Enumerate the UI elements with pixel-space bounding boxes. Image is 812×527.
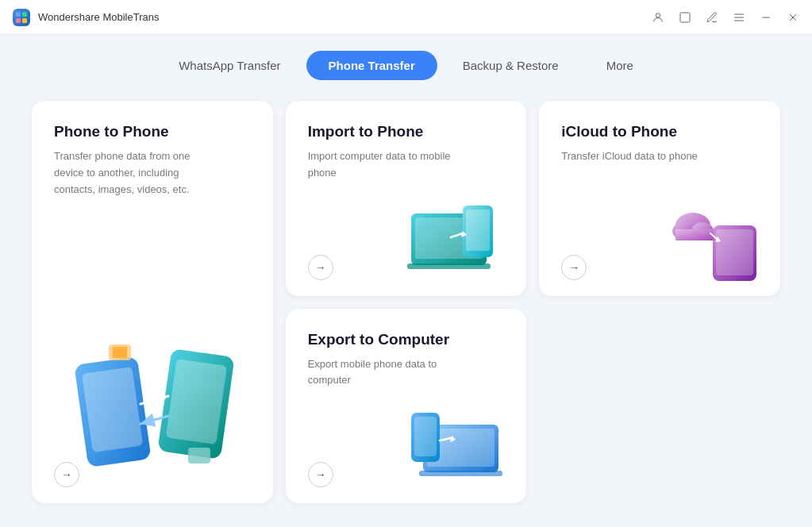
svg-rect-26 xyxy=(716,229,753,275)
card-phone-to-phone-arrow[interactable]: → xyxy=(54,462,79,487)
menu-icon[interactable] xyxy=(733,11,745,24)
titlebar: Wondershare MobileTrans xyxy=(0,0,812,35)
minimize-icon[interactable] xyxy=(760,11,772,24)
cards-container: Phone to Phone Transfer phone data from … xyxy=(0,93,812,527)
svg-rect-1 xyxy=(22,12,27,17)
svg-rect-5 xyxy=(680,13,690,22)
app-title: Wondershare MobileTrans xyxy=(38,11,159,23)
card-phone-to-phone-desc: Transfer phone data from one device to a… xyxy=(54,148,213,198)
tab-more[interactable]: More xyxy=(584,51,656,80)
card-import-desc: Import computer data to mobile phone xyxy=(308,148,467,182)
card-import-title: Import to Phone xyxy=(308,123,505,140)
svg-rect-0 xyxy=(16,12,21,17)
svg-rect-21 xyxy=(407,264,491,269)
card-export-desc: Export mobile phone data to computer xyxy=(308,356,467,390)
svg-rect-34 xyxy=(419,471,502,476)
svg-rect-17 xyxy=(188,448,210,464)
titlebar-controls xyxy=(652,11,799,24)
card-icloud-desc: Transfer iCloud data to phone xyxy=(561,148,720,165)
profile-icon[interactable] xyxy=(652,11,664,24)
main-content: WhatsApp Transfer Phone Transfer Backup … xyxy=(0,35,812,527)
icloud-illustration xyxy=(669,190,772,288)
card-import-arrow[interactable]: → xyxy=(308,255,333,280)
phone-to-phone-illustration xyxy=(65,337,240,479)
svg-rect-36 xyxy=(414,417,437,456)
titlebar-left: Wondershare MobileTrans xyxy=(13,9,159,26)
edit-icon[interactable] xyxy=(706,11,718,24)
svg-rect-18 xyxy=(113,347,127,358)
card-icloud-title: iCloud to Phone xyxy=(561,123,758,140)
tab-whatsapp[interactable]: WhatsApp Transfer xyxy=(156,51,302,80)
card-import-to-phone[interactable]: Import to Phone Import computer data to … xyxy=(286,101,527,296)
card-export-title: Export to Computer xyxy=(308,331,505,348)
svg-rect-3 xyxy=(22,18,27,23)
card-phone-to-phone-title: Phone to Phone xyxy=(54,123,251,140)
window-icon[interactable] xyxy=(679,11,691,24)
tab-phone-transfer[interactable]: Phone Transfer xyxy=(306,51,437,80)
card-export-to-computer[interactable]: Export to Computer Export mobile phone d… xyxy=(286,309,527,504)
tab-navigation: WhatsApp Transfer Phone Transfer Backup … xyxy=(0,35,812,93)
card-icloud-to-phone[interactable]: iCloud to Phone Transfer iCloud data to … xyxy=(539,101,780,296)
card-phone-to-phone[interactable]: Phone to Phone Transfer phone data from … xyxy=(32,101,273,503)
svg-point-4 xyxy=(656,13,660,17)
card-export-arrow[interactable]: → xyxy=(308,462,333,487)
close-icon[interactable] xyxy=(787,11,799,24)
svg-rect-2 xyxy=(16,18,21,23)
app-icon xyxy=(13,9,30,26)
card-icloud-arrow[interactable]: → xyxy=(561,255,587,280)
svg-rect-23 xyxy=(466,210,490,251)
svg-rect-30 xyxy=(675,229,714,240)
export-illustration xyxy=(407,397,518,495)
import-illustration xyxy=(407,190,518,288)
tab-backup-restore[interactable]: Backup & Restore xyxy=(441,51,581,80)
